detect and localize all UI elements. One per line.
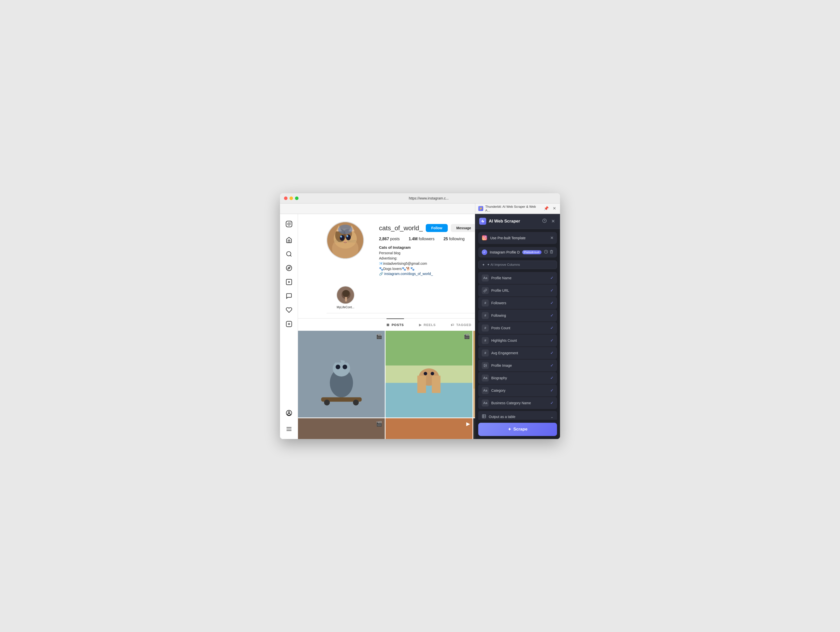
svg-marker-6 xyxy=(288,267,290,269)
svg-point-40 xyxy=(333,360,350,376)
column-item-biography[interactable]: Aa Biography ✓ xyxy=(478,372,557,384)
posts-stat: 2,867 posts xyxy=(379,237,400,241)
column-item-category[interactable]: Aa Category ✓ xyxy=(478,384,557,397)
maximize-traffic-light[interactable] xyxy=(295,196,298,200)
posts-label: posts xyxy=(390,237,400,241)
column-item-profile-image[interactable]: Profile Image ✓ xyxy=(478,360,557,371)
following-label: following xyxy=(449,237,464,241)
column-item-following[interactable]: # Following ✓ xyxy=(478,310,557,321)
sidebar-item-home[interactable] xyxy=(283,234,295,246)
grid-item-2[interactable]: 🎬 xyxy=(385,331,472,417)
column-item-posts-count[interactable]: # Posts Count ✓ xyxy=(478,322,557,334)
grid-item-5[interactable]: ▶ xyxy=(385,418,472,439)
template-item[interactable]: ✓ Instagram Profile D Prebuilt-built xyxy=(478,247,557,258)
column-name-profile-name: Profile Name xyxy=(491,276,548,280)
output-label: Output as a table xyxy=(489,415,548,419)
sidebar-item-threads[interactable] xyxy=(283,407,295,419)
column-type-image-icon xyxy=(482,362,489,369)
panel-history-button[interactable] xyxy=(541,218,548,225)
svg-rect-68 xyxy=(298,418,385,439)
template-close-button[interactable]: ✕ xyxy=(550,235,554,240)
sidebar-item-menu[interactable] xyxy=(283,423,295,435)
svg-point-1 xyxy=(288,223,290,225)
output-table-icon xyxy=(482,414,486,420)
grid-badge-2: 🎬 xyxy=(464,333,470,339)
column-item-profile-name[interactable]: Aa Profile Name ✓ xyxy=(478,272,557,284)
svg-rect-0 xyxy=(286,221,292,227)
grid-item-1[interactable]: 🎬 xyxy=(298,331,385,417)
pin-button[interactable]: 📌 xyxy=(543,205,550,211)
panel-body: Use Pre-built Template ✕ ✓ Instagram Pro… xyxy=(475,229,560,420)
panel-logo xyxy=(479,218,486,225)
follow-button[interactable]: Follow xyxy=(426,224,448,232)
scrape-button[interactable]: ✦ Scrape xyxy=(478,423,557,436)
output-section[interactable]: Output as a table ⌄ xyxy=(478,411,557,420)
scrape-icon: ✦ xyxy=(508,427,511,432)
highlight-item[interactable]: MyLifeCont... xyxy=(336,286,355,309)
sidebar-item-messages[interactable] xyxy=(283,290,295,302)
tab-reels[interactable]: ▶ REELS xyxy=(419,319,436,331)
column-item-profile-url[interactable]: Profile URL ✓ xyxy=(478,284,557,297)
column-item-followers[interactable]: # Followers ✓ xyxy=(478,297,557,309)
column-name-biography: Biography xyxy=(491,376,548,380)
profile-link[interactable]: instagram.com/dogs_of_world_ xyxy=(384,272,433,276)
followers-stat[interactable]: 1.4M followers xyxy=(409,237,434,241)
sidebar-item-create[interactable] xyxy=(283,318,295,330)
avatar-image xyxy=(327,222,363,258)
ai-improve-button[interactable]: ✦ ✦ AI Improve Columns xyxy=(478,261,557,269)
panel-header: AI Web Scraper ✕ xyxy=(475,214,560,229)
column-name-highlights-count: Highlights Count xyxy=(491,338,548,343)
svg-point-3 xyxy=(286,251,291,256)
sidebar-item-reels[interactable] xyxy=(283,276,295,288)
sidebar-item-search[interactable] xyxy=(283,248,295,260)
column-check-icon-5: ✓ xyxy=(550,338,554,343)
column-check-icon-1: ✓ xyxy=(550,288,554,293)
svg-line-4 xyxy=(290,255,292,256)
posts-tab-icon: ⊞ xyxy=(387,323,390,327)
column-name-posts-count: Posts Count xyxy=(491,326,548,330)
extension-close-button[interactable]: ✕ xyxy=(552,205,557,211)
message-button[interactable]: Message xyxy=(451,224,477,232)
column-item-business-category[interactable]: Aa Business Category Name ✓ xyxy=(478,397,557,409)
sidebar-item-instagram-logo[interactable] xyxy=(283,218,295,230)
svg-point-99 xyxy=(485,236,486,237)
svg-rect-52 xyxy=(417,376,426,393)
column-name-profile-url: Profile URL xyxy=(491,289,548,292)
svg-point-45 xyxy=(353,400,359,405)
column-type-text-icon-8: Aa xyxy=(482,374,489,381)
url-bar[interactable]: https://www.instagram.c... xyxy=(302,196,556,200)
svg-point-102 xyxy=(485,365,485,365)
column-name-category: Category xyxy=(491,389,548,392)
column-item-highlights-count[interactable]: # Highlights Count ✓ xyxy=(478,335,557,346)
svg-point-54 xyxy=(424,372,427,375)
template-history-button[interactable] xyxy=(544,250,548,254)
column-type-text-icon-9: Aa xyxy=(482,387,489,394)
profile-avatar[interactable] xyxy=(327,221,364,259)
column-item-avg-engagement[interactable]: # Avg Engagement ✓ xyxy=(478,347,557,359)
column-type-text-icon: Aa xyxy=(482,275,489,281)
column-type-number-icon-5: # xyxy=(482,337,489,344)
close-traffic-light[interactable] xyxy=(284,196,287,200)
svg-point-5 xyxy=(286,265,292,271)
tab-tagged[interactable]: 🏷 TAGGED xyxy=(451,319,472,331)
column-type-text-icon-10: Aa xyxy=(482,400,489,406)
panel-close-button[interactable]: ✕ xyxy=(550,218,556,225)
template-actions xyxy=(544,250,554,254)
column-check-icon-3: ✓ xyxy=(550,313,554,318)
template-delete-button[interactable] xyxy=(549,250,554,254)
following-stat[interactable]: 25 following xyxy=(444,237,465,241)
reels-tab-label: REELS xyxy=(424,323,436,327)
grid-item-4[interactable]: 🎬 xyxy=(298,418,385,439)
minimize-traffic-light[interactable] xyxy=(289,196,293,200)
ai-improve-label: ✦ AI Improve Columns xyxy=(487,263,520,267)
ai-star-icon: ✦ xyxy=(482,263,485,267)
svg-rect-50 xyxy=(385,331,472,365)
template-section[interactable]: Use Pre-built Template ✕ xyxy=(478,232,557,244)
sidebar-item-explore[interactable] xyxy=(283,262,295,274)
column-name-following: Following xyxy=(491,313,548,318)
sidebar-item-notifications[interactable] xyxy=(283,304,295,316)
grid-badge-1: 🎬 xyxy=(376,333,382,339)
grid-badge-4: 🎬 xyxy=(376,421,382,427)
tab-posts[interactable]: ⊞ POSTS xyxy=(387,319,404,331)
svg-rect-103 xyxy=(482,414,486,418)
